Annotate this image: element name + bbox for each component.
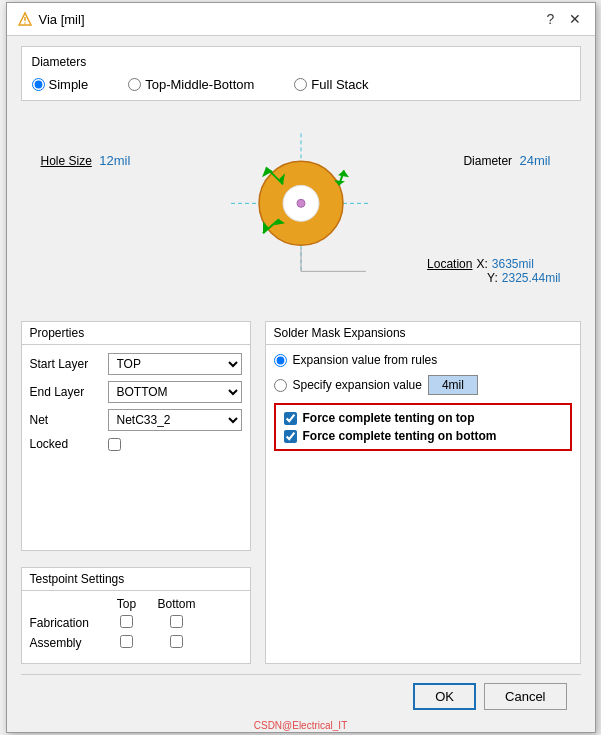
- diameter-label-text: Diameter: [463, 154, 512, 168]
- tp-assembly-top-checkbox[interactable]: [120, 635, 133, 648]
- tp-fabrication-top-cell: [102, 615, 152, 631]
- location-label: Location: [427, 257, 472, 271]
- top-middle-bottom-radio-item[interactable]: Top-Middle-Bottom: [128, 77, 254, 92]
- via-svg: [211, 123, 391, 283]
- hole-size-value: 12mil: [99, 153, 130, 168]
- location-x-value: 3635mil: [492, 257, 534, 271]
- location-y-label: Y:: [487, 271, 498, 285]
- footer: OK Cancel: [21, 674, 581, 722]
- help-button[interactable]: ?: [541, 9, 561, 29]
- end-layer-label: End Layer: [30, 385, 102, 399]
- start-layer-row: Start Layer TOP: [30, 353, 242, 375]
- solder-mask-group: Solder Mask Expansions Expansion value f…: [265, 321, 581, 664]
- force-bottom-tenting-row: Force complete tenting on bottom: [284, 429, 562, 443]
- testpoint-content: Top Bottom Fabrication: [22, 591, 250, 663]
- svg-point-7: [297, 199, 305, 207]
- tp-fabrication-label: Fabrication: [30, 616, 102, 630]
- dialog-title: Via [mil]: [39, 12, 85, 27]
- ok-button[interactable]: OK: [413, 683, 476, 710]
- testpoint-group: Testpoint Settings Top Bottom Fabricatio…: [21, 567, 251, 664]
- diameters-label: Diameters: [32, 55, 566, 69]
- testpoint-title: Testpoint Settings: [22, 568, 250, 591]
- bottom-section: Properties Start Layer TOP End Layer BOT…: [21, 321, 581, 664]
- title-bar: Via [mil] ? ✕: [7, 3, 595, 36]
- diameters-group: Diameters Simple Top-Middle-Bottom Full …: [21, 46, 581, 101]
- end-layer-select[interactable]: BOTTOM: [108, 381, 242, 403]
- tp-assembly-top-cell: [102, 635, 152, 651]
- full-stack-label: Full Stack: [311, 77, 368, 92]
- full-stack-radio-item[interactable]: Full Stack: [294, 77, 368, 92]
- force-bottom-tenting-checkbox[interactable]: [284, 430, 297, 443]
- via-visualization: Hole Size 12mil Diameter 24mil: [21, 113, 581, 313]
- tp-fabrication-row: Fabrication: [30, 615, 242, 631]
- location-x-label: X:: [476, 257, 487, 271]
- location-title-row: Location X: 3635mil: [427, 257, 560, 271]
- simple-label: Simple: [49, 77, 89, 92]
- locked-label: Locked: [30, 437, 102, 451]
- left-column: Properties Start Layer TOP End Layer BOT…: [21, 321, 251, 664]
- properties-group: Properties Start Layer TOP End Layer BOT…: [21, 321, 251, 551]
- tp-top-header: Top: [102, 597, 152, 611]
- top-middle-bottom-label: Top-Middle-Bottom: [145, 77, 254, 92]
- force-top-tenting-checkbox[interactable]: [284, 412, 297, 425]
- net-label: Net: [30, 413, 102, 427]
- location-y-value: 2325.44mil: [502, 271, 561, 285]
- locked-checkbox[interactable]: [108, 438, 121, 451]
- full-stack-radio[interactable]: [294, 78, 307, 91]
- location-group: Location X: 3635mil Y: 2325.44mil: [427, 257, 560, 285]
- dialog-content: Diameters Simple Top-Middle-Bottom Full …: [7, 36, 595, 732]
- hole-size-group: Hole Size 12mil: [41, 153, 131, 168]
- tp-fabrication-top-checkbox[interactable]: [120, 615, 133, 628]
- tp-assembly-bottom-cell: [152, 635, 202, 651]
- cancel-button[interactable]: Cancel: [484, 683, 566, 710]
- diameter-value: 24mil: [519, 153, 550, 168]
- simple-radio[interactable]: [32, 78, 45, 91]
- force-bottom-tenting-label[interactable]: Force complete tenting on bottom: [303, 429, 497, 443]
- force-top-tenting-row: Force complete tenting on top: [284, 411, 562, 425]
- solder-mask-title: Solder Mask Expansions: [266, 322, 580, 345]
- properties-content: Start Layer TOP End Layer BOTTOM: [22, 345, 250, 465]
- tp-assembly-bottom-checkbox[interactable]: [170, 635, 183, 648]
- specify-expansion-radio[interactable]: [274, 379, 287, 392]
- solder-mask-content: Expansion value from rules Specify expan…: [266, 345, 580, 459]
- expansion-from-rules-label[interactable]: Expansion value from rules: [293, 353, 438, 367]
- hole-size-label: Hole Size: [41, 154, 92, 168]
- location-y-row: Y: 2325.44mil: [427, 271, 560, 285]
- tp-fabrication-bottom-cell: [152, 615, 202, 631]
- dialog: Via [mil] ? ✕ Diameters Simple Top-Middl…: [6, 2, 596, 733]
- app-icon: [17, 11, 33, 27]
- end-layer-row: End Layer BOTTOM: [30, 381, 242, 403]
- specify-expansion-row: Specify expansion value 4mil: [274, 375, 572, 395]
- force-top-tenting-label[interactable]: Force complete tenting on top: [303, 411, 475, 425]
- specify-expansion-value: 4mil: [428, 375, 478, 395]
- expansion-from-rules-row: Expansion value from rules: [274, 353, 572, 367]
- start-layer-label: Start Layer: [30, 357, 102, 371]
- via-drawing: [211, 123, 391, 286]
- tp-fabrication-bottom-checkbox[interactable]: [170, 615, 183, 628]
- expansion-from-rules-radio[interactable]: [274, 354, 287, 367]
- net-select[interactable]: NetC33_2: [108, 409, 242, 431]
- simple-radio-item[interactable]: Simple: [32, 77, 89, 92]
- specify-expansion-label[interactable]: Specify expansion value: [293, 378, 422, 392]
- diameter-options: Simple Top-Middle-Bottom Full Stack: [32, 77, 566, 92]
- close-button[interactable]: ✕: [565, 9, 585, 29]
- tp-assembly-label: Assembly: [30, 636, 102, 650]
- diameter-group: Diameter 24mil: [463, 153, 550, 168]
- title-bar-buttons: ? ✕: [541, 9, 585, 29]
- properties-title: Properties: [22, 322, 250, 345]
- locked-row: Locked: [30, 437, 242, 451]
- net-row: Net NetC33_2: [30, 409, 242, 431]
- tenting-box: Force complete tenting on top Force comp…: [274, 403, 572, 451]
- testpoint-header-row: Top Bottom: [30, 597, 242, 611]
- start-layer-select[interactable]: TOP: [108, 353, 242, 375]
- title-bar-left: Via [mil]: [17, 11, 85, 27]
- svg-point-2: [24, 22, 26, 24]
- tp-bottom-header: Bottom: [152, 597, 202, 611]
- top-middle-bottom-radio[interactable]: [128, 78, 141, 91]
- svg-marker-12: [338, 170, 349, 177]
- tp-assembly-row: Assembly: [30, 635, 242, 651]
